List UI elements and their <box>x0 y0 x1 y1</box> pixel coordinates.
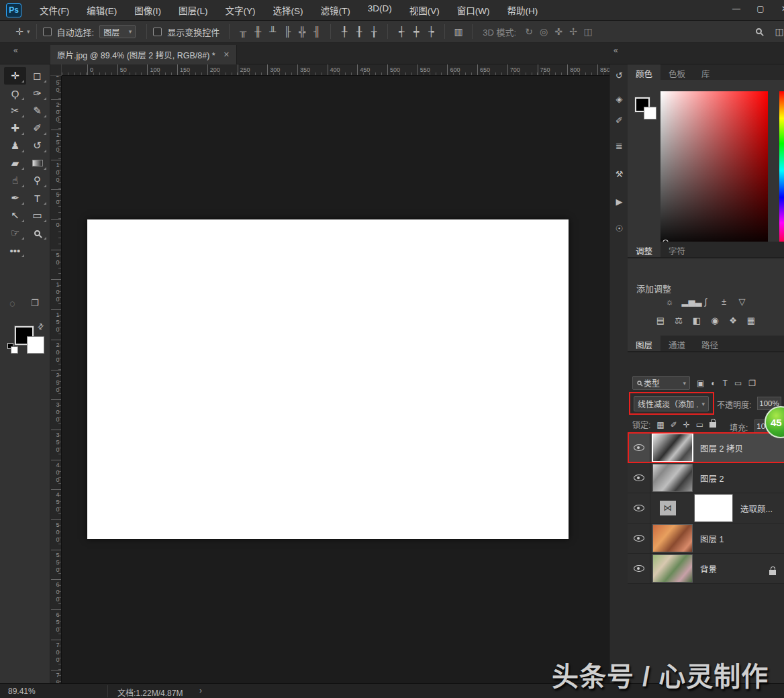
dodge-tool[interactable]: ⚲ <box>26 172 48 189</box>
menu-item-4[interactable]: 文字(Y) <box>217 0 264 21</box>
pen-tool[interactable]: ✒ <box>4 189 26 207</box>
history-panel-icon[interactable]: ↺ <box>610 70 628 81</box>
screen-mode-button[interactable]: ❐ <box>31 298 39 308</box>
shape-tool[interactable]: ▭ <box>26 207 48 224</box>
brightness-contrast-icon[interactable]: ☼ <box>664 297 676 307</box>
distribute-right-icon[interactable]: ┾ <box>424 26 438 37</box>
search-icon[interactable] <box>756 28 762 34</box>
hue-saturation-icon[interactable]: ▤ <box>654 315 667 326</box>
layers-tab-2[interactable]: 路径 <box>693 336 726 351</box>
layer-visibility-cell[interactable] <box>628 463 650 493</box>
lock-transparency-icon[interactable]: ▦ <box>656 420 664 430</box>
crop-tool[interactable]: ✂ <box>4 102 26 119</box>
eye-icon[interactable] <box>634 475 644 481</box>
eyedropper-tool[interactable]: ✎ <box>26 102 48 119</box>
levels-icon[interactable]: ▂▅▃ <box>682 297 694 307</box>
minimize-button[interactable]: — <box>728 0 745 17</box>
filter-type-layers-icon[interactable]: T <box>723 379 728 388</box>
lock-all-icon[interactable] <box>709 420 716 430</box>
layers-tab-0[interactable]: 图层 <box>628 336 660 351</box>
auto-select-checkbox[interactable] <box>43 28 52 36</box>
properties-panel-icon[interactable]: ◈ <box>610 94 628 104</box>
menu-item-10[interactable]: 帮助(H) <box>498 0 546 21</box>
menu-item-6[interactable]: 滤镜(T) <box>312 0 359 21</box>
filter-shape-layers-icon[interactable]: ▭ <box>734 379 742 388</box>
adjustment-layer-icon[interactable]: ⋈ <box>660 501 676 515</box>
quick-mask-button[interactable]: ◌ <box>9 298 15 309</box>
eye-icon[interactable] <box>634 444 644 451</box>
layer-thumbnail[interactable] <box>653 555 692 582</box>
type-tool[interactable]: T <box>26 189 48 207</box>
eye-icon[interactable] <box>634 535 644 542</box>
menu-item-9[interactable]: 窗口(W) <box>448 0 499 21</box>
color-picker-field[interactable] <box>660 91 768 250</box>
menu-item-0[interactable]: 文件(F) <box>31 0 78 21</box>
curves-icon[interactable]: ∫ <box>700 297 712 307</box>
move-tool[interactable]: ✛ <box>4 67 26 85</box>
adjust-tab-0[interactable]: 调整 <box>628 242 660 257</box>
menu-item-1[interactable]: 编辑(E) <box>78 0 126 21</box>
healing-brush-tool[interactable]: ✚ <box>4 119 26 137</box>
zoom-level-field[interactable]: 89.41% <box>8 687 36 696</box>
quick-selection-tool[interactable]: ✑ <box>26 85 48 102</box>
layer-mask-thumbnail[interactable] <box>695 495 732 521</box>
layer-thumbnail[interactable] <box>653 434 692 461</box>
layer-row-2[interactable]: ⋈选取颜... <box>628 493 784 524</box>
align-left-edges-icon[interactable]: ╟ <box>280 26 295 37</box>
workspace-icon[interactable]: ◫ <box>772 26 784 37</box>
menu-item-5[interactable]: 选择(S) <box>264 0 312 21</box>
distribute-hcenter-icon[interactable]: ┿ <box>409 26 424 37</box>
swap-colors-icon[interactable]: ⇄ <box>36 321 46 332</box>
black-white-icon[interactable]: ◧ <box>691 315 703 326</box>
lasso-tool[interactable]: Ϙ <box>4 85 26 102</box>
menu-item-3[interactable]: 图层(L) <box>170 0 217 21</box>
collapse-toolbar-icon[interactable]: « <box>13 46 18 55</box>
3d-drag-icon[interactable]: ✜ <box>551 26 566 37</box>
adjust-tab-1[interactable]: 字符 <box>660 242 693 257</box>
eye-icon[interactable] <box>634 565 644 572</box>
lock-position-icon[interactable]: ✛ <box>683 420 690 430</box>
auto-select-dropdown[interactable]: 图层▾ <box>99 25 136 38</box>
distribute-left-icon[interactable]: ┽ <box>394 26 409 37</box>
menu-item-7[interactable]: 3D(D) <box>359 0 401 21</box>
lock-artboard-icon[interactable]: ▭ <box>696 420 703 430</box>
brush-tool[interactable]: ✐ <box>26 119 48 137</box>
3d-rotate-icon[interactable]: ↻ <box>522 26 536 37</box>
3d-slide-icon[interactable]: ✢ <box>566 26 581 37</box>
gradient-tool[interactable] <box>26 154 48 172</box>
align-top-edges-icon[interactable]: ╥ <box>236 26 250 37</box>
lock-paint-icon[interactable]: ✐ <box>671 420 677 430</box>
maximize-button[interactable]: ▢ <box>752 0 769 17</box>
hue-strip[interactable] <box>779 91 784 250</box>
color-lookup-icon[interactable]: ▦ <box>745 315 757 326</box>
tool-presets-panel-icon[interactable]: ⚒ <box>610 169 628 179</box>
clone-stamp-tool[interactable]: ♟ <box>4 137 26 154</box>
color-balance-icon[interactable]: ⚖ <box>673 315 685 326</box>
brushes-panel-icon[interactable]: ✐ <box>610 115 628 126</box>
color-tab-2[interactable]: 库 <box>693 64 718 80</box>
path-selection-tool[interactable]: ↖ <box>4 207 26 224</box>
background-color-swatch[interactable] <box>27 336 44 354</box>
status-options-chevron-icon[interactable]: › <box>199 686 202 695</box>
hand-tool[interactable]: ☞ <box>4 224 26 242</box>
layer-row-0[interactable]: 图层 2 拷贝 <box>628 433 784 463</box>
layer-visibility-cell[interactable] <box>628 493 650 524</box>
distribute-vcenter-icon[interactable]: ╂ <box>352 26 366 37</box>
align-vertical-centers-icon[interactable]: ╫ <box>250 26 265 37</box>
blend-mode-dropdown[interactable]: 线性减淡（添加 ... ▾ <box>634 396 709 411</box>
color-tab-0[interactable]: 颜色 <box>628 64 660 80</box>
3d-camera-icon[interactable]: ◫ <box>581 26 595 37</box>
layer-visibility-cell[interactable] <box>628 524 650 554</box>
color-tab-1[interactable]: 色板 <box>660 64 693 80</box>
filter-adjustment-layers-icon[interactable]: ◐ <box>711 379 716 388</box>
close-tab-icon[interactable]: ✕ <box>224 50 230 59</box>
channel-mixer-icon[interactable]: ❖ <box>727 315 739 326</box>
exposure-icon[interactable]: ± <box>718 297 730 307</box>
layer-row-1[interactable]: 图层 2 <box>628 463 784 493</box>
3d-roll-icon[interactable]: ◎ <box>536 26 551 37</box>
notes-panel-icon[interactable]: ☉ <box>610 223 628 234</box>
filter-pixel-layers-icon[interactable]: ▣ <box>697 379 704 388</box>
marquee-tool[interactable]: ◻ <box>26 67 48 85</box>
align-right-edges-icon[interactable]: ╢ <box>309 26 324 37</box>
history-brush-tool[interactable]: ↺ <box>26 137 48 154</box>
